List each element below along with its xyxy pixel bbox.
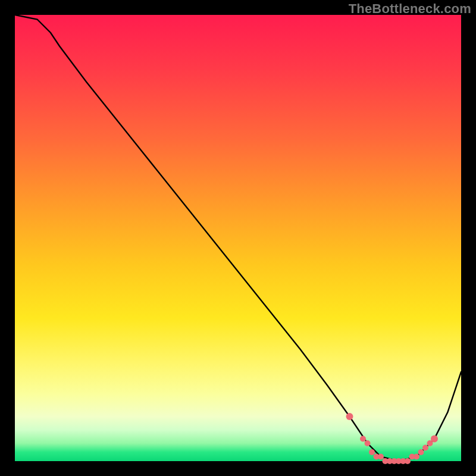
marker-dot bbox=[365, 440, 371, 446]
chart-frame: TheBottleneck.com bbox=[0, 0, 476, 476]
chart-svg bbox=[15, 15, 461, 461]
marker-dot bbox=[378, 454, 384, 460]
marker-dot bbox=[418, 449, 424, 455]
highlight-markers bbox=[346, 413, 439, 464]
marker-dot bbox=[360, 436, 366, 442]
marker-dot bbox=[346, 413, 353, 420]
watermark-text: TheBottleneck.com bbox=[349, 2, 471, 15]
marker-dot bbox=[369, 449, 375, 455]
marker-dot bbox=[422, 445, 428, 451]
marker-dot bbox=[431, 436, 438, 443]
marker-dot bbox=[405, 458, 411, 464]
plot-area bbox=[15, 15, 461, 461]
marker-dot bbox=[414, 454, 419, 460]
bottleneck-curve bbox=[15, 15, 461, 461]
